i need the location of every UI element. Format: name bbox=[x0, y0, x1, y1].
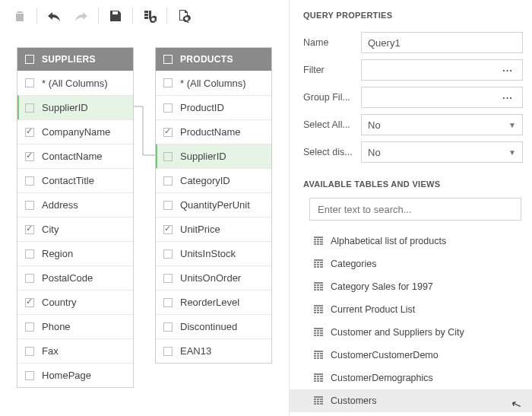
svg-rect-48 bbox=[320, 332, 323, 334]
column-checkbox[interactable] bbox=[163, 128, 173, 137]
column-checkbox[interactable] bbox=[25, 201, 34, 210]
column-checkbox[interactable] bbox=[163, 201, 173, 210]
svg-rect-16 bbox=[314, 264, 316, 265]
column-checkbox[interactable] bbox=[25, 152, 34, 161]
column-checkbox[interactable] bbox=[163, 103, 173, 113]
preview-result-button[interactable] bbox=[172, 5, 196, 27]
column-row[interactable]: ProductName bbox=[156, 119, 271, 144]
selectdistinct-dropdown[interactable]: No▼ bbox=[361, 141, 523, 163]
available-table-item[interactable]: Alphabetical list of products bbox=[309, 230, 523, 252]
column-row[interactable]: EAN13 bbox=[156, 338, 271, 363]
column-row[interactable]: UnitsInStock bbox=[156, 241, 271, 265]
search-box[interactable] bbox=[309, 198, 521, 221]
column-label: Phone bbox=[42, 321, 71, 332]
table-products[interactable]: PRODUCTS * (All Columns)ProductIDProduct… bbox=[155, 47, 272, 364]
column-checkbox[interactable] bbox=[25, 298, 34, 307]
column-row[interactable]: PostalCode bbox=[17, 265, 133, 290]
column-row[interactable]: QuantityPerUnit bbox=[156, 192, 271, 217]
available-table-label: Current Product List bbox=[331, 304, 415, 315]
column-label: Country bbox=[42, 297, 77, 308]
search-input[interactable] bbox=[318, 204, 513, 215]
column-row[interactable]: ContactName bbox=[17, 144, 133, 168]
column-checkbox[interactable] bbox=[25, 176, 34, 186]
ellipsis-icon[interactable]: ··· bbox=[499, 65, 516, 76]
column-checkbox[interactable] bbox=[163, 347, 173, 356]
table-header[interactable]: SUPPLIERS bbox=[17, 48, 133, 71]
header-checkbox[interactable] bbox=[163, 55, 173, 64]
column-row[interactable]: Address bbox=[17, 192, 133, 217]
available-table-item[interactable]: CustomerDemographics bbox=[309, 367, 523, 389]
table-header[interactable]: PRODUCTS bbox=[156, 48, 271, 71]
available-table-label: CustomerDemographics bbox=[331, 373, 433, 383]
column-row[interactable]: SupplierID bbox=[156, 144, 271, 168]
column-row[interactable]: CategoryID bbox=[156, 168, 271, 192]
svg-rect-2 bbox=[314, 237, 323, 238]
column-checkbox[interactable] bbox=[25, 274, 34, 283]
column-checkbox[interactable] bbox=[25, 128, 34, 137]
column-checkbox[interactable] bbox=[25, 225, 34, 234]
preview-data-button[interactable] bbox=[138, 5, 162, 27]
column-label: ReorderLevel bbox=[180, 297, 239, 308]
header-checkbox[interactable] bbox=[25, 55, 34, 64]
column-checkbox[interactable] bbox=[25, 249, 34, 259]
available-table-item[interactable]: Current Product List bbox=[309, 298, 523, 321]
column-row[interactable]: ProductID bbox=[156, 95, 271, 119]
design-canvas[interactable]: SUPPLIERS * (All Columns)SupplierIDCompa… bbox=[0, 32, 289, 416]
available-table-label: Category Sales for 1997 bbox=[331, 281, 433, 292]
column-checkbox[interactable] bbox=[163, 322, 173, 332]
column-row[interactable]: ReorderLevel bbox=[156, 290, 271, 314]
column-checkbox[interactable] bbox=[163, 274, 173, 283]
column-label: CompanyName bbox=[42, 126, 110, 138]
available-table-item[interactable]: CustomerCustomerDemo bbox=[309, 344, 523, 367]
column-row[interactable]: * (All Columns) bbox=[156, 71, 271, 95]
column-row[interactable]: Discontinued bbox=[156, 314, 271, 338]
delete-button[interactable] bbox=[8, 5, 32, 27]
column-checkbox[interactable] bbox=[25, 347, 34, 356]
column-checkbox[interactable] bbox=[163, 298, 173, 307]
column-checkbox[interactable] bbox=[163, 249, 173, 259]
column-row[interactable]: Fax bbox=[17, 338, 133, 363]
relationship-line[interactable] bbox=[132, 94, 157, 170]
available-table-item[interactable]: Customers bbox=[290, 389, 532, 412]
redo-button[interactable] bbox=[69, 5, 93, 27]
column-row[interactable]: Phone bbox=[17, 314, 133, 338]
column-checkbox[interactable] bbox=[25, 371, 34, 380]
svg-point-0 bbox=[151, 17, 154, 21]
column-row[interactable]: SupplierID bbox=[17, 95, 133, 119]
filter-input[interactable]: ··· bbox=[361, 59, 523, 81]
groupfilter-input[interactable]: ··· bbox=[361, 87, 523, 108]
column-checkbox[interactable] bbox=[163, 225, 173, 234]
column-checkbox[interactable] bbox=[163, 152, 173, 161]
column-checkbox[interactable] bbox=[25, 322, 34, 332]
column-row[interactable]: Country bbox=[17, 290, 133, 314]
ellipsis-icon[interactable]: ··· bbox=[499, 92, 516, 103]
svg-rect-76 bbox=[314, 401, 316, 402]
available-table-item[interactable]: Customer and Suppliers by City bbox=[309, 321, 523, 344]
column-row[interactable]: City bbox=[17, 217, 133, 241]
svg-rect-50 bbox=[317, 335, 319, 336]
table-suppliers[interactable]: SUPPLIERS * (All Columns)SupplierIDCompa… bbox=[17, 47, 134, 388]
column-row[interactable]: CompanyName bbox=[17, 119, 133, 144]
name-input[interactable] bbox=[361, 32, 523, 53]
column-checkbox[interactable] bbox=[25, 103, 34, 113]
available-table-item[interactable]: Categories bbox=[309, 252, 523, 275]
column-row[interactable]: HomePage bbox=[17, 363, 133, 387]
svg-rect-43 bbox=[314, 330, 316, 332]
column-row[interactable]: UnitsOnOrder bbox=[156, 265, 271, 290]
column-row[interactable]: Region bbox=[17, 241, 133, 265]
svg-rect-44 bbox=[317, 330, 319, 332]
column-checkbox[interactable] bbox=[163, 176, 173, 186]
column-checkbox[interactable] bbox=[163, 78, 173, 87]
column-row[interactable]: ContactTitle bbox=[17, 168, 133, 192]
save-button[interactable] bbox=[103, 5, 128, 27]
svg-rect-41 bbox=[320, 312, 323, 313]
column-row[interactable]: * (All Columns) bbox=[17, 71, 133, 95]
name-field[interactable] bbox=[368, 37, 516, 49]
selectall-dropdown[interactable]: No▼ bbox=[361, 114, 523, 135]
available-table-item[interactable]: Category Sales for 1997 bbox=[309, 275, 523, 298]
column-label: EAN13 bbox=[180, 345, 211, 357]
column-checkbox[interactable] bbox=[25, 78, 34, 87]
undo-button[interactable] bbox=[42, 5, 66, 27]
table-icon bbox=[314, 396, 325, 405]
column-row[interactable]: UnitPrice bbox=[156, 217, 271, 241]
